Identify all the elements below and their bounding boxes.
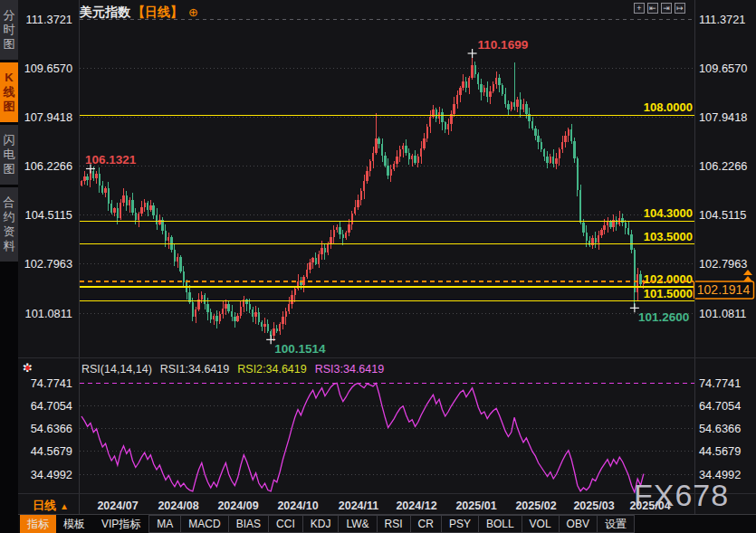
svg-text:64.7054: 64.7054 <box>31 399 72 413</box>
svg-text:107.9418: 107.9418 <box>699 110 747 124</box>
svg-text:111.3721: 111.3721 <box>699 13 745 26</box>
rsi-header: RSI(14,14,14)RSI1:34.6419RSI2:34.6419RSI… <box>81 363 392 376</box>
support-resistance-lines[interactable]: 108.0000104.3000103.5000102.0000101.5000 <box>80 100 694 300</box>
svg-text:109.6570: 109.6570 <box>699 62 747 75</box>
svg-text:64.7054: 64.7054 <box>699 399 741 413</box>
hline-label: 104.3000 <box>644 206 693 220</box>
svg-text:2025/04: 2025/04 <box>629 500 670 512</box>
toolbar-button-指标[interactable]: 指标 <box>20 515 56 533</box>
period-selector[interactable]: 【日线】 <box>132 5 183 19</box>
svg-text:109.6570: 109.6570 <box>24 62 72 75</box>
crosshair-icon[interactable]: + <box>634 3 645 14</box>
svg-text:104.5115: 104.5115 <box>699 208 746 222</box>
svg-text:2025/02: 2025/02 <box>515 500 556 512</box>
rsi3-value: RSI3:34.6419 <box>315 363 384 376</box>
svg-text:101.0811: 101.0811 <box>25 307 72 320</box>
annotation-106.1321: 106.1321 <box>85 153 137 167</box>
svg-text:74.7741: 74.7741 <box>699 376 741 390</box>
toolbar-button-VIP指标[interactable]: VIP指标 <box>94 515 148 533</box>
svg-text:2024/08: 2024/08 <box>158 500 198 512</box>
indicator-button-KDJ[interactable]: KDJ <box>302 515 340 533</box>
svg-text:106.2266: 106.2266 <box>699 159 747 173</box>
indicator-button-MA[interactable]: MA <box>148 515 181 533</box>
svg-text:44.5679: 44.5679 <box>699 444 741 458</box>
hline-label: 101.5000 <box>644 287 693 300</box>
svg-text:2024/12: 2024/12 <box>396 500 436 512</box>
chart-title: 美元指数【日线】⊕ <box>80 5 198 21</box>
symbol-name: 美元指数 <box>80 5 130 19</box>
svg-text:44.5679: 44.5679 <box>31 444 72 458</box>
svg-text:2024/07: 2024/07 <box>97 500 138 512</box>
chevron-up-icon: ▲ <box>60 501 69 511</box>
price-axis-labels: 111.3721111.3721109.6570109.6570107.9418… <box>24 13 748 481</box>
svg-text:111.3721: 111.3721 <box>26 13 72 26</box>
pan-left-icon[interactable]: ⇤ <box>647 3 658 14</box>
indicator-button-RSI[interactable]: RSI <box>377 515 411 533</box>
chart-toolbar-icons: +⇤⇥↦ <box>634 3 685 14</box>
indicator-button-设置[interactable]: 设置 <box>597 515 635 533</box>
svg-text:74.7741: 74.7741 <box>31 376 72 390</box>
indicator-button-MACD[interactable]: MACD <box>180 515 228 533</box>
rsi-series[interactable] <box>81 383 644 492</box>
svg-text:107.9418: 107.9418 <box>24 110 72 124</box>
svg-text:2024/10: 2024/10 <box>277 500 318 512</box>
time-axis-labels: 2024/072024/082024/092024/102024/112024/… <box>97 500 670 512</box>
indicator-button-BIAS[interactable]: BIAS <box>228 515 269 533</box>
toolbar-button-模板[interactable]: 模板 <box>56 515 92 533</box>
period-label: 日线 <box>33 499 56 512</box>
hline-label: 103.5000 <box>644 230 693 243</box>
svg-text:2024/11: 2024/11 <box>339 500 379 512</box>
rsi-formula: RSI(14,14,14) <box>81 363 152 376</box>
chart-canvas[interactable]: 108.0000104.3000103.5000102.0000101.5000… <box>0 0 756 533</box>
annotation-101.2600: 101.2600 <box>638 310 689 324</box>
panel-dividers <box>18 0 756 514</box>
svg-text:104.5115: 104.5115 <box>25 208 72 222</box>
rsi-gridlines <box>80 383 694 474</box>
svg-text:102.7963: 102.7963 <box>24 257 72 271</box>
expand-icon[interactable]: ⊕ <box>188 5 198 19</box>
svg-text:54.6366: 54.6366 <box>699 422 741 435</box>
hline-label: 102.0000 <box>644 272 693 286</box>
svg-text:34.4992: 34.4992 <box>699 468 741 481</box>
candlestick-series[interactable] <box>81 53 645 341</box>
svg-text:2025/03: 2025/03 <box>573 500 614 512</box>
indicator-button-OBV[interactable]: OBV <box>559 515 598 533</box>
indicator-button-PSY[interactable]: PSY <box>441 515 479 533</box>
svg-text:2024/09: 2024/09 <box>217 500 258 512</box>
alert-icon[interactable]: ✱ <box>21 361 34 375</box>
indicator-button-VOL[interactable]: VOL <box>522 515 560 533</box>
svg-text:54.6366: 54.6366 <box>31 422 72 435</box>
annotation-100.1514: 100.1514 <box>274 342 326 356</box>
indicator-toolbar: 指标模板VIP指标MAMACDBIASCCIKDJLW&RSICRPSYBOLL… <box>18 514 756 533</box>
export-icon[interactable]: ↦ <box>675 3 685 14</box>
rsi2-value: RSI2:34.6419 <box>237 363 306 376</box>
price-annotations: 106.1321110.1699100.1514101.2600 <box>85 38 689 356</box>
indicator-button-CCI[interactable]: CCI <box>268 515 303 533</box>
indicator-button-CR[interactable]: CR <box>410 515 442 533</box>
annotation-110.1699: 110.1699 <box>478 38 529 52</box>
svg-text:101.0811: 101.0811 <box>699 307 746 320</box>
pan-right-icon[interactable]: ⇥ <box>661 3 672 14</box>
rsi1-value: RSI1:34.6419 <box>160 363 229 376</box>
trading-app-window: 分时图K线图闪电图合约资料 美元指数【日线】⊕ +⇤⇥↦ 108.0000104… <box>0 0 756 533</box>
svg-text:106.2266: 106.2266 <box>24 159 72 173</box>
svg-text:2025/01: 2025/01 <box>455 500 496 512</box>
svg-text:34.4992: 34.4992 <box>31 468 72 481</box>
period-dropdown[interactable]: 日线▲ <box>33 498 69 514</box>
last-price-value: 102.1914 <box>697 282 751 297</box>
indicator-button-BOLL[interactable]: BOLL <box>478 515 522 533</box>
indicator-button-LW&[interactable]: LW& <box>338 515 377 533</box>
hline-label: 108.0000 <box>644 100 693 114</box>
svg-text:102.7963: 102.7963 <box>699 257 747 271</box>
